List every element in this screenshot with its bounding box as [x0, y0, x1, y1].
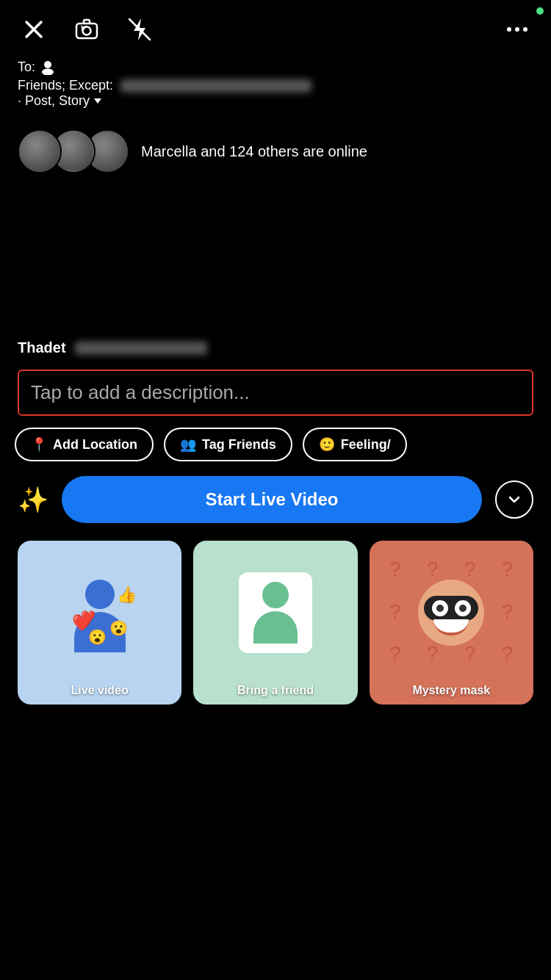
feeling-icon: 🙂: [319, 436, 335, 453]
mode-cards: ❤️ 😮 😮 ❤️ 👍 Live video Bring a friend ??…: [0, 541, 551, 719]
user-name-section: Thadet: [0, 332, 551, 367]
live-bar: ✨ Start Live Video: [0, 476, 551, 541]
live-options-button[interactable]: [495, 480, 533, 519]
username-handle-blurred: [75, 342, 207, 355]
audience-friends-row[interactable]: Friends; Except:: [18, 78, 533, 93]
dropdown-arrow-icon: [94, 98, 101, 104]
tag-friends-button[interactable]: 👥 Tag Friends: [164, 428, 292, 461]
flash-off-icon: [126, 16, 153, 43]
left-eye: [432, 600, 448, 616]
flash-button[interactable]: [123, 13, 156, 46]
magic-wand-icon: ✨: [18, 485, 48, 514]
top-bar: [0, 0, 551, 53]
friend-head: [262, 582, 289, 608]
tag-friends-label: Tag Friends: [202, 437, 276, 453]
tag-friends-icon: 👥: [180, 436, 196, 453]
svg-point-7: [515, 27, 519, 32]
close-button[interactable]: [18, 13, 50, 46]
person-head: [85, 580, 115, 609]
to-label: To:: [18, 60, 35, 75]
left-pupil: [436, 605, 444, 612]
camera-preview: [0, 185, 551, 332]
mystery-face: [418, 580, 484, 646]
start-live-button[interactable]: Start Live Video: [62, 476, 482, 523]
top-bar-left: [18, 13, 156, 46]
mode-card-live-video[interactable]: ❤️ 😮 😮 ❤️ 👍 Live video: [18, 541, 181, 705]
username: Thadet: [18, 339, 66, 356]
description-placeholder[interactable]: Tap to add a description...: [31, 381, 250, 403]
camera-flip-icon: [73, 16, 100, 43]
close-icon: [21, 16, 47, 43]
friend-body: [253, 611, 298, 644]
mode-card-live-label: Live video: [18, 684, 181, 697]
mode-card-mystery-label: Mystery mask: [370, 684, 533, 697]
person-figure: ❤️ 😮 😮 ❤️ 👍: [71, 580, 129, 646]
right-eye: [455, 600, 471, 616]
more-icon: [504, 16, 530, 43]
online-text: Marcella and 124 others are online: [141, 142, 533, 161]
add-location-label: Add Location: [53, 437, 137, 453]
mode-card-mystery-mask[interactable]: ???? ?? ???? Mystery mask: [370, 541, 533, 705]
online-section: Marcella and 124 others are online: [0, 118, 551, 185]
user-name-row: Thadet: [18, 339, 533, 356]
live-video-illustration: ❤️ 😮 😮 ❤️ 👍: [18, 541, 181, 705]
online-avatars: [18, 129, 129, 173]
mode-card-friend-label: Bring a friend: [193, 684, 357, 697]
online-indicator: [536, 7, 544, 15]
chevron-down-icon: [507, 492, 522, 507]
audience-section: To: Friends; Except: · Post, Story: [0, 53, 551, 118]
svg-point-9: [44, 61, 51, 68]
avatar-image: [19, 131, 60, 172]
description-input-box[interactable]: Tap to add a description...: [18, 370, 533, 416]
feeling-label: Feeling/: [341, 437, 391, 453]
post-story-label: · Post, Story: [18, 93, 90, 109]
right-pupil: [459, 605, 467, 612]
friends-names-blurred: [120, 79, 311, 93]
avatar: [18, 129, 62, 173]
wow-reaction-2: 😮: [109, 619, 128, 637]
action-buttons-row: 📍 Add Location 👥 Tag Friends 🙂 Feeling/: [0, 428, 551, 476]
feeling-button[interactable]: 🙂 Feeling/: [303, 428, 407, 461]
audience-post-story[interactable]: · Post, Story: [18, 93, 533, 109]
more-options-button[interactable]: [501, 13, 533, 46]
audience-to-row: To:: [18, 59, 533, 75]
wow-reaction: 😮: [88, 628, 107, 646]
smile: [433, 619, 469, 635]
bring-friend-illustration: [193, 541, 357, 705]
like-reaction: 👍: [117, 586, 137, 605]
mode-card-bring-friend[interactable]: Bring a friend: [193, 541, 357, 705]
friends-label: Friends; Except:: [18, 78, 113, 93]
mystery-mask-illustration: ???? ?? ????: [370, 541, 533, 705]
friend-card-inner: [239, 572, 312, 653]
location-icon: 📍: [31, 436, 47, 453]
heart-reaction-2: ❤️: [81, 610, 96, 624]
person-icon: [40, 59, 56, 75]
camera-flip-button[interactable]: [71, 13, 103, 46]
svg-point-8: [523, 27, 527, 32]
svg-point-10: [42, 69, 54, 76]
mask: [424, 596, 478, 621]
add-location-button[interactable]: 📍 Add Location: [15, 428, 154, 461]
svg-point-6: [507, 27, 511, 32]
